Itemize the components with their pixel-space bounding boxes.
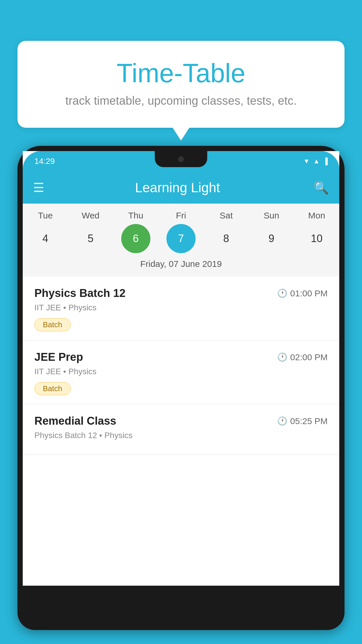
- schedule-item-1-title: Physics Batch 12: [34, 287, 126, 300]
- schedule-item-2[interactable]: JEE Prep 🕐 02:00 PM IIT JEE • Physics Ba…: [23, 340, 339, 404]
- day-4[interactable]: 4: [31, 224, 60, 253]
- selected-date-label: Friday, 07 June 2019: [23, 259, 339, 272]
- status-bar: 14:29 ▼ ▲ ▐: [23, 151, 339, 172]
- app-bar: ☰ Learning Light 🔍: [23, 172, 339, 204]
- schedule-item-3[interactable]: Remedial Class 🕐 05:25 PM Physics Batch …: [23, 404, 339, 455]
- battery-icon: ▐: [323, 158, 328, 165]
- status-icons: ▼ ▲ ▐: [303, 158, 328, 165]
- speech-bubble: Time-Table track timetable, upcoming cla…: [17, 41, 345, 128]
- day-name-tue: Tue: [31, 211, 60, 220]
- schedule-item-1[interactable]: Physics Batch 12 🕐 01:00 PM IIT JEE • Ph…: [23, 276, 339, 340]
- schedule-item-1-time: 🕐 01:00 PM: [277, 288, 328, 298]
- day-5[interactable]: 5: [76, 224, 105, 253]
- schedule-list: Physics Batch 12 🕐 01:00 PM IIT JEE • Ph…: [23, 276, 339, 455]
- schedule-item-3-title: Remedial Class: [34, 415, 116, 427]
- schedule-item-1-time-value: 01:00 PM: [290, 288, 328, 298]
- calendar-strip: Tue Wed Thu Fri Sat Sun Mon 4 5 6 7 8 9 …: [23, 204, 339, 276]
- schedule-item-2-sub: IIT JEE • Physics: [34, 367, 328, 376]
- day-7-selected[interactable]: 7: [166, 224, 196, 253]
- camera-dot: [178, 156, 184, 162]
- phone-outer: 14:29 ▼ ▲ ▐ ☰ Learning Light 🔍 Tue: [17, 146, 345, 630]
- clock-icon-1: 🕐: [277, 288, 287, 298]
- bubble-subtitle: track timetable, upcoming classes, tests…: [41, 94, 321, 107]
- day-name-sun: Sun: [257, 211, 286, 220]
- day-name-sat: Sat: [212, 211, 241, 220]
- clock-icon-2: 🕐: [277, 352, 287, 362]
- clock-icon-3: 🕐: [277, 416, 287, 426]
- status-time: 14:29: [34, 157, 55, 166]
- day-10[interactable]: 10: [302, 224, 331, 253]
- day-numbers: 4 5 6 7 8 9 10: [23, 224, 339, 253]
- day-name-wed: Wed: [76, 211, 105, 220]
- day-8[interactable]: 8: [212, 224, 241, 253]
- search-icon[interactable]: 🔍: [314, 181, 329, 195]
- phone-screen: 14:29 ▼ ▲ ▐ ☰ Learning Light 🔍 Tue: [23, 151, 339, 586]
- day-name-mon: Mon: [302, 211, 331, 220]
- schedule-item-1-badge: Batch: [34, 318, 71, 331]
- phone-wrapper: 14:29 ▼ ▲ ▐ ☰ Learning Light 🔍 Tue: [17, 146, 345, 644]
- schedule-item-2-badge: Batch: [34, 382, 71, 395]
- wifi-icon: ▼: [303, 158, 310, 165]
- schedule-item-2-time-value: 02:00 PM: [290, 352, 328, 362]
- app-bar-title: Learning Light: [41, 180, 314, 195]
- signal-icon: ▲: [313, 158, 320, 165]
- day-name-fri: Fri: [166, 211, 196, 220]
- schedule-item-2-time: 🕐 02:00 PM: [277, 352, 328, 362]
- schedule-item-3-header: Remedial Class 🕐 05:25 PM: [34, 415, 328, 427]
- schedule-item-1-sub: IIT JEE • Physics: [34, 303, 328, 312]
- speech-bubble-container: Time-Table track timetable, upcoming cla…: [17, 41, 345, 128]
- day-9[interactable]: 9: [257, 224, 286, 253]
- schedule-item-2-title: JEE Prep: [34, 351, 83, 363]
- schedule-item-3-time-value: 05:25 PM: [290, 416, 328, 426]
- schedule-item-3-sub: Physics Batch 12 • Physics: [34, 431, 328, 440]
- phone-notch: [155, 151, 207, 167]
- day-name-thu: Thu: [121, 211, 150, 220]
- day-6-today[interactable]: 6: [121, 224, 150, 253]
- day-names: Tue Wed Thu Fri Sat Sun Mon: [23, 211, 339, 220]
- schedule-item-2-header: JEE Prep 🕐 02:00 PM: [34, 351, 328, 363]
- bubble-title: Time-Table: [41, 58, 321, 88]
- schedule-item-3-time: 🕐 05:25 PM: [277, 416, 328, 426]
- schedule-item-1-header: Physics Batch 12 🕐 01:00 PM: [34, 287, 328, 300]
